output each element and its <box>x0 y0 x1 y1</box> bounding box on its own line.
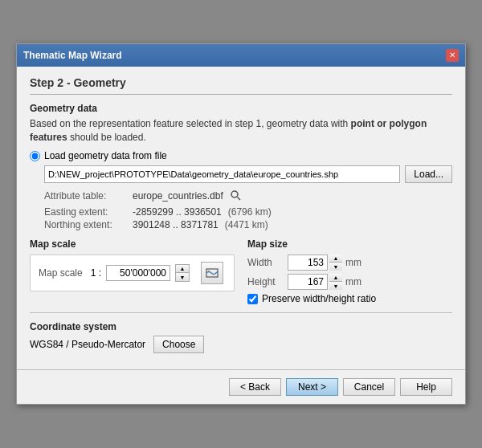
northing-km: (4471 km) <box>225 219 268 230</box>
divider1 <box>30 312 452 313</box>
coord-value: WGS84 / Pseudo-Mercator <box>30 339 145 350</box>
northing-label: Northing extent: <box>44 219 133 230</box>
geometry-section-title: Geometry data <box>30 103 452 114</box>
map-scale-title: Map scale <box>30 238 235 250</box>
wizard-window: Thematic Map Wizard ✕ Step 2 - Geometry … <box>16 43 466 405</box>
preserve-ratio-label: Preserve width/height ratio <box>262 293 376 304</box>
coord-row: WGS84 / Pseudo-Mercator Choose <box>30 336 452 353</box>
height-up-button[interactable]: ▲ <box>329 274 342 282</box>
load-button[interactable]: Load... <box>405 165 452 183</box>
load-file-label: Load geometry data from file <box>44 150 167 161</box>
scale-ratio: 1 : <box>91 267 101 279</box>
attr-table-value: europe_countries.dbf <box>133 190 223 202</box>
width-input[interactable] <box>288 255 328 271</box>
next-button[interactable]: Next > <box>286 378 338 396</box>
back-button[interactable]: < Back <box>229 378 281 396</box>
map-scale-icon-button[interactable] <box>201 262 223 284</box>
height-down-button[interactable]: ▼ <box>329 282 342 290</box>
geometry-description: Based on the representation feature sele… <box>30 117 452 145</box>
step-title: Step 2 - Geometry <box>30 76 452 95</box>
width-up-button[interactable]: ▲ <box>329 255 342 263</box>
scale-up-button[interactable]: ▲ <box>176 265 189 273</box>
svg-point-0 <box>231 191 238 198</box>
northing-row: Northing extent: 3901248 .. 8371781 (447… <box>44 219 452 230</box>
footer: < Back Next > Cancel Help <box>17 369 465 404</box>
load-from-file-option[interactable]: Load geometry data from file <box>30 150 452 161</box>
height-label: Height <box>247 276 288 287</box>
width-unit: mm <box>345 257 362 268</box>
load-file-radio[interactable] <box>30 151 40 161</box>
height-spinner: ▲ ▼ <box>329 274 342 290</box>
cancel-button[interactable]: Cancel <box>343 378 395 396</box>
width-label: Width <box>247 257 288 268</box>
scale-spinner: ▲ ▼ <box>175 264 190 282</box>
scale-label: Map scale <box>39 267 83 279</box>
map-size-section: Map size Width ▲ ▼ mm Height <box>247 238 452 304</box>
scale-down-button[interactable]: ▼ <box>176 273 189 281</box>
attr-table-label: Attribute table: <box>44 190 133 202</box>
preserve-ratio-row[interactable]: Preserve width/height ratio <box>247 293 452 304</box>
map-size-title: Map size <box>247 238 452 250</box>
desc-part2: should be loaded. <box>67 132 146 143</box>
search-icon[interactable] <box>228 188 244 204</box>
file-path-input[interactable] <box>44 165 400 183</box>
scale-row: Map scale 1 : ▲ ▼ <box>39 262 226 284</box>
main-content: Step 2 - Geometry Geometry data Based on… <box>17 67 465 370</box>
file-path-row: Load... <box>44 165 452 183</box>
scale-size-section: Map scale Map scale 1 : ▲ ▼ <box>30 238 452 304</box>
map-size-fields: Width ▲ ▼ mm Height ▲ <box>247 255 452 304</box>
width-down-button[interactable]: ▼ <box>329 263 342 271</box>
title-bar: Thematic Map Wizard ✕ <box>17 44 465 67</box>
easting-value: -2859299 .. 3936501 <box>133 206 222 218</box>
coord-section: Coordinate system WGS84 / Pseudo-Mercato… <box>30 321 452 353</box>
height-row: Height ▲ ▼ mm <box>247 274 452 290</box>
northing-value: 3901248 .. 8371781 <box>133 219 219 230</box>
desc-part1: Based on the representation feature sele… <box>30 118 351 129</box>
height-input[interactable] <box>288 274 328 290</box>
easting-row: Easting extent: -2859299 .. 3936501 (679… <box>44 206 452 218</box>
preserve-ratio-checkbox[interactable] <box>247 294 258 304</box>
coord-title: Coordinate system <box>30 321 452 332</box>
height-unit: mm <box>345 276 362 287</box>
close-button[interactable]: ✕ <box>446 49 459 62</box>
easting-label: Easting extent: <box>44 206 133 218</box>
help-button[interactable]: Help <box>400 378 452 396</box>
map-scale-box: Map scale 1 : ▲ ▼ <box>30 255 235 291</box>
choose-button[interactable]: Choose <box>153 336 204 353</box>
attribute-table-row: Attribute table: europe_countries.dbf <box>44 188 452 204</box>
scale-input[interactable] <box>106 265 170 281</box>
width-row: Width ▲ ▼ mm <box>247 255 452 271</box>
map-scale-section: Map scale Map scale 1 : ▲ ▼ <box>30 238 235 304</box>
window-title: Thematic Map Wizard <box>23 50 122 61</box>
easting-km: (6796 km) <box>228 206 272 218</box>
svg-line-1 <box>237 198 240 201</box>
svg-point-3 <box>208 271 210 272</box>
width-spinner: ▲ ▼ <box>329 255 342 271</box>
